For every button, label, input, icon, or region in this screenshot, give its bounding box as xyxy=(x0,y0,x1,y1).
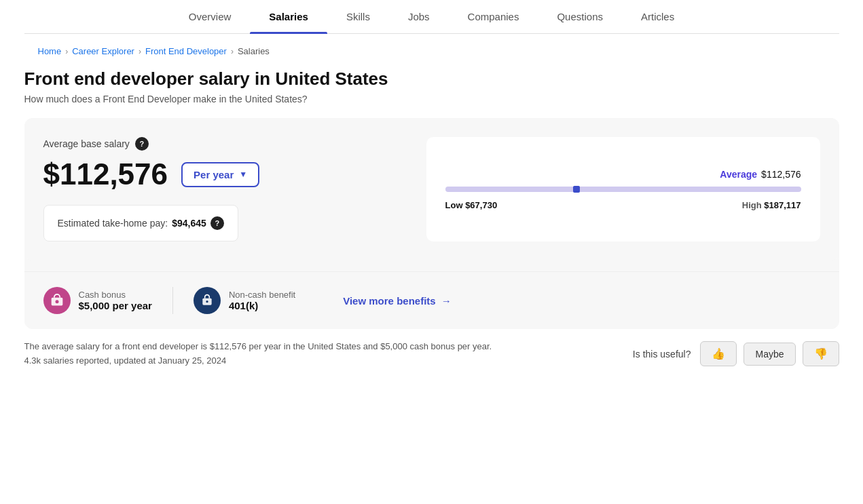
bottom-text: The average salary for a front end devel… xyxy=(24,340,500,368)
range-high-value: $187,117 xyxy=(764,200,801,210)
benefits-section: Cash bonus $5,000 per year Non-cash bene… xyxy=(24,271,839,329)
range-header: Average $112,576 xyxy=(445,169,801,180)
page-subtitle: How much does a Front End Developer make… xyxy=(24,94,839,104)
salary-amount: $112,576 xyxy=(43,157,168,191)
salary-card: Average base salary ? $112,576 Per year … xyxy=(24,118,839,329)
take-home-help-icon[interactable]: ? xyxy=(210,216,224,230)
take-home-card: Estimated take-home pay: $94,645 ? xyxy=(43,205,238,241)
cash-bonus-label: Cash bonus xyxy=(79,290,152,300)
breadcrumb-role[interactable]: Front End Developer xyxy=(145,46,227,56)
salary-main-section: Average base salary ? $112,576 Per year … xyxy=(24,118,839,260)
thumbs-up-button[interactable]: 👍 xyxy=(700,341,737,366)
range-bar xyxy=(445,187,801,192)
chevron-down-icon: ▼ xyxy=(239,170,247,179)
view-more-label: View more benefits xyxy=(343,295,435,307)
view-more-benefits-link[interactable]: View more benefits → xyxy=(343,295,451,307)
salary-row: $112,576 Per year ▼ xyxy=(43,157,410,191)
arrow-right-icon: → xyxy=(441,295,452,307)
thumbs-up-icon: 👍 xyxy=(712,347,725,360)
breadcrumb-career-explorer[interactable]: Career Explorer xyxy=(72,46,134,56)
cash-bonus-benefit: Cash bonus $5,000 per year xyxy=(43,287,173,314)
nav-skills[interactable]: Skills xyxy=(327,0,389,33)
non-cash-icon xyxy=(194,287,221,314)
non-cash-text: Non-cash benefit 401(k) xyxy=(229,290,295,311)
page-title: Front end developer salary in United Sta… xyxy=(24,69,839,90)
range-low-label: Low xyxy=(445,200,463,210)
avg-help-icon[interactable]: ? xyxy=(135,137,149,151)
salary-range-panel: Average $112,576 Low $67,730 High xyxy=(426,137,820,241)
nav-questions[interactable]: Questions xyxy=(538,0,622,33)
nav-jobs[interactable]: Jobs xyxy=(389,0,449,33)
range-low: Low $67,730 xyxy=(445,200,498,210)
range-bar-marker xyxy=(573,186,580,193)
feedback-section: Is this useful? 👍 Maybe 👎 xyxy=(633,341,839,366)
cash-bonus-value: $5,000 per year xyxy=(79,300,152,311)
range-low-value: $67,730 xyxy=(465,200,497,210)
per-year-label: Per year xyxy=(194,169,234,180)
breadcrumb-current: Salaries xyxy=(238,46,270,56)
breadcrumb-sep-1: › xyxy=(65,47,68,56)
svg-point-1 xyxy=(55,300,58,303)
range-labels: Low $67,730 High $187,117 xyxy=(445,200,801,210)
range-high: High $187,117 xyxy=(742,200,801,210)
bottom-section: The average salary for a front end devel… xyxy=(24,329,839,375)
non-cash-benefit: Non-cash benefit 401(k) xyxy=(194,287,316,314)
cash-bonus-icon xyxy=(43,287,71,314)
per-year-dropdown[interactable]: Per year ▼ xyxy=(181,162,259,187)
breadcrumb-sep-2: › xyxy=(139,47,141,56)
range-avg-label: Average xyxy=(720,169,757,180)
range-avg-value: $112,576 xyxy=(761,169,801,180)
svg-point-3 xyxy=(206,301,208,303)
avg-base-label: Average base salary ? xyxy=(43,137,410,151)
nav-articles[interactable]: Articles xyxy=(622,0,693,33)
take-home-label: Estimated take-home pay: xyxy=(58,218,168,229)
non-cash-label: Non-cash benefit xyxy=(229,290,295,300)
maybe-label: Maybe xyxy=(755,349,784,360)
maybe-button[interactable]: Maybe xyxy=(743,343,795,366)
nav-overview[interactable]: Overview xyxy=(170,0,251,33)
non-cash-value: 401(k) xyxy=(229,300,295,311)
breadcrumb-sep-3: › xyxy=(231,47,234,56)
take-home-value: $94,645 xyxy=(172,218,206,229)
cash-bonus-text: Cash bonus $5,000 per year xyxy=(79,290,152,311)
nav-companies[interactable]: Companies xyxy=(449,0,538,33)
thumbs-down-icon: 👎 xyxy=(814,347,828,360)
breadcrumb-home[interactable]: Home xyxy=(38,46,62,56)
breadcrumb: Home › Career Explorer › Front End Devel… xyxy=(24,34,839,62)
salary-left-panel: Average base salary ? $112,576 Per year … xyxy=(43,137,410,241)
range-high-label: High xyxy=(742,200,762,210)
nav-salaries[interactable]: Salaries xyxy=(250,0,327,33)
navigation: Overview Salaries Skills Jobs Companies … xyxy=(24,0,839,34)
salary-top: Average base salary ? $112,576 Per year … xyxy=(43,137,820,241)
thumbs-down-button[interactable]: 👎 xyxy=(803,341,839,366)
feedback-label: Is this useful? xyxy=(633,349,691,360)
